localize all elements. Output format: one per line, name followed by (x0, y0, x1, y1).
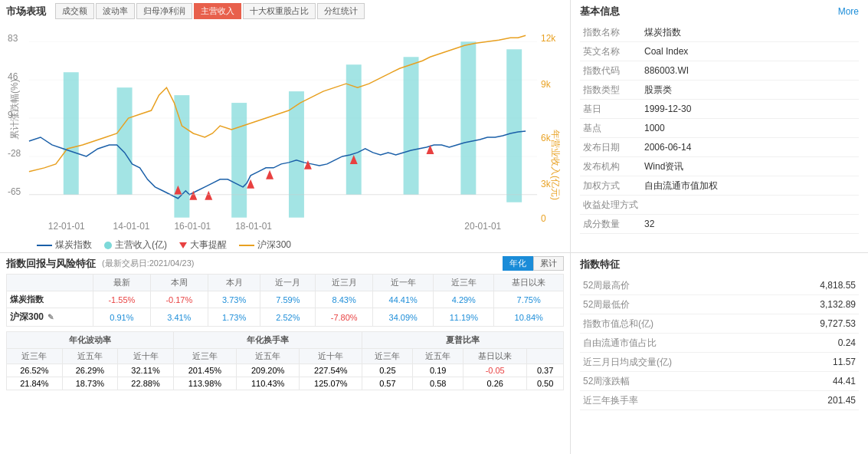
vol-d1-10: 0.37 (527, 364, 564, 377)
vol-d2-4: 113.98% (173, 377, 236, 390)
info-panel: 基本信息 More 指数名称 煤炭指数 英文名称 Coal Index 指数代码… (571, 0, 868, 252)
vol-table: 年化波动率 年化换手率 夏普比率 近三年 近五年 近十年 近三年 近五年 近十年… (6, 331, 564, 390)
vol-header-turnover: 年化换手率 (173, 332, 362, 349)
feat-label-52change: 52周涨跌幅 (580, 372, 774, 391)
svg-text:年营业收入(亿元): 年营业收入(亿元) (550, 130, 561, 200)
tab-zhuyingshouru[interactable]: 主营收入 (194, 3, 241, 19)
legend-hs300: 沪深300 (239, 239, 291, 252)
svg-rect-17 (64, 72, 79, 195)
vol-d1-8: 0.19 (413, 364, 463, 377)
return-hs300-month: 1.73% (208, 308, 260, 327)
info-row-publisher: 发布机构 Wind资讯 (580, 157, 859, 176)
feat-label-freefloat: 自由流通市值占比 (580, 334, 774, 353)
svg-text:0: 0 (541, 213, 546, 224)
svg-text:83: 83 (8, 33, 18, 44)
info-row-name: 指数名称 煤炭指数 (580, 23, 859, 42)
vol-d2-8: 0.58 (413, 377, 463, 390)
toggle-group: 年化 累计 (503, 256, 564, 271)
feat-row-freefloat: 自由流通市值占比 0.24 (580, 334, 859, 353)
svg-rect-23 (404, 57, 419, 195)
svg-text:12-01-01: 12-01-01 (48, 221, 85, 232)
legend-events: 大事提醒 (179, 239, 227, 252)
return-hs300-3y: 11.19% (434, 308, 494, 327)
col-header-name (7, 275, 93, 291)
return-row-hs300: 沪深300 ✎ 0.91% 3.41% 1.73% 2.52% -7.80% 3… (7, 308, 564, 327)
feat-label-3yturnover: 近三年换手率 (580, 391, 774, 410)
legend-revenue-dot (104, 242, 112, 249)
info-row-code: 指数代码 886003.WI (580, 61, 859, 81)
edit-icon[interactable]: ✎ (47, 313, 54, 321)
return-hs300-week: 3.41% (150, 308, 208, 327)
return-hs300-1y: 34.09% (373, 308, 434, 327)
return-name-coal: 煤炭指数 (7, 291, 93, 308)
tab-guimu[interactable]: 归母净利润 (136, 3, 192, 19)
vol-d2-9: 0.26 (463, 377, 527, 390)
info-label-baseday: 基日 (580, 100, 641, 119)
return-panel-title: 指数回报与风险特征 (6, 257, 96, 271)
info-row-returns: 收益处理方式 (580, 196, 859, 215)
tab-chengjiaoe[interactable]: 成交额 (55, 3, 94, 19)
more-link[interactable]: More (838, 6, 859, 17)
vol-sub-3y-1: 近三年 (7, 349, 63, 364)
svg-marker-28 (205, 191, 212, 200)
col-header-latest: 最新 (93, 275, 150, 291)
vol-subheader-row: 近三年 近五年 近十年 近三年 近五年 近十年 近三年 近五年 基日以来 (7, 349, 564, 364)
feat-value-3yturnover: 201.45 (774, 391, 859, 410)
return-coal-3y: 4.29% (434, 291, 494, 308)
top-section: 市场表现 成交额 波动率 归母净利润 主营收入 十大权重股占比 分红统计 83 … (0, 0, 868, 253)
toggle-annual[interactable]: 年化 (503, 256, 533, 271)
vol-sub-3y-2: 近三年 (173, 349, 236, 364)
info-row-baseday: 基日 1999-12-30 (580, 100, 859, 119)
info-row-pubdate: 发布日期 2006-06-14 (580, 138, 859, 157)
vol-d1-7: 0.25 (362, 364, 413, 377)
info-label-weighting: 加权方式 (580, 176, 641, 196)
svg-marker-31 (304, 160, 312, 169)
col-header-week: 本周 (150, 275, 208, 291)
col-header-month: 本月 (208, 275, 260, 291)
tab-shida[interactable]: 十大权重股占比 (243, 3, 316, 19)
vol-sub-5y-2: 近五年 (237, 349, 300, 364)
svg-text:20-01-01: 20-01-01 (464, 221, 501, 232)
features-table: 52周最高价 4,818.55 52周最低价 3,132.89 指数市值总和(亿… (580, 276, 859, 410)
vol-d1-6: 227.54% (300, 364, 362, 377)
info-value-type: 股票类 (641, 81, 859, 100)
toggle-cumulative[interactable]: 累计 (533, 256, 564, 271)
vol-d2-6: 125.07% (300, 377, 362, 390)
svg-text:9k: 9k (541, 79, 551, 90)
vol-d2-10: 0.50 (527, 377, 564, 390)
legend-events-triangle (179, 242, 187, 248)
vol-sub-10y-2: 近十年 (300, 349, 362, 364)
info-panel-title: 基本信息 (580, 5, 620, 18)
vol-d1-2: 26.29% (62, 364, 118, 377)
return-table: 最新 本周 本月 近一月 近三月 近一年 近三年 基日以来 煤炭指数 -1.55… (6, 274, 564, 327)
info-row-weighting: 加权方式 自由流通市值加权 (580, 176, 859, 196)
return-coal-week: -0.17% (150, 291, 208, 308)
vol-d2-5: 110.43% (237, 377, 300, 390)
vol-sub-base: 基日以来 (463, 349, 527, 364)
feat-value-mktcap: 9,727.53 (774, 314, 859, 334)
svg-text:6k: 6k (541, 133, 551, 143)
features-panel-title: 指数特征 (580, 258, 859, 271)
svg-rect-24 (460, 41, 476, 194)
info-row-basepoint: 基点 1000 (580, 119, 859, 138)
info-row-engname: 英文名称 Coal Index (580, 42, 859, 61)
info-label-components: 成分数量 (580, 215, 641, 234)
return-hs300-3m: -7.80% (316, 308, 373, 327)
tab-bodoelv[interactable]: 波动率 (96, 3, 135, 19)
info-label-returns: 收益处理方式 (580, 196, 641, 215)
return-name-hs300: 沪深300 ✎ (7, 308, 93, 327)
info-label-pubdate: 发布日期 (580, 138, 641, 157)
chart-svg: 83 46 9 -28 -65 12k 9k 6k 3k 0 累计涨跌幅(%) … (6, 22, 564, 237)
feat-value-52change: 44.41 (774, 372, 859, 391)
legend-index: 煤炭指数 (37, 239, 92, 252)
feat-value-freefloat: 0.24 (774, 334, 859, 353)
info-value-engname: Coal Index (641, 42, 859, 61)
col-header-1y: 近一年 (373, 275, 434, 291)
feat-row-high52: 52周最高价 4,818.55 (580, 276, 859, 295)
return-coal-3m: 8.43% (316, 291, 373, 308)
vol-d1-3: 32.11% (118, 364, 174, 377)
feat-label-high52: 52周最高价 (580, 276, 774, 295)
tab-fenhong[interactable]: 分红统计 (317, 3, 365, 19)
feat-row-low52: 52周最低价 3,132.89 (580, 295, 859, 314)
col-header-1m: 近一月 (260, 275, 316, 291)
